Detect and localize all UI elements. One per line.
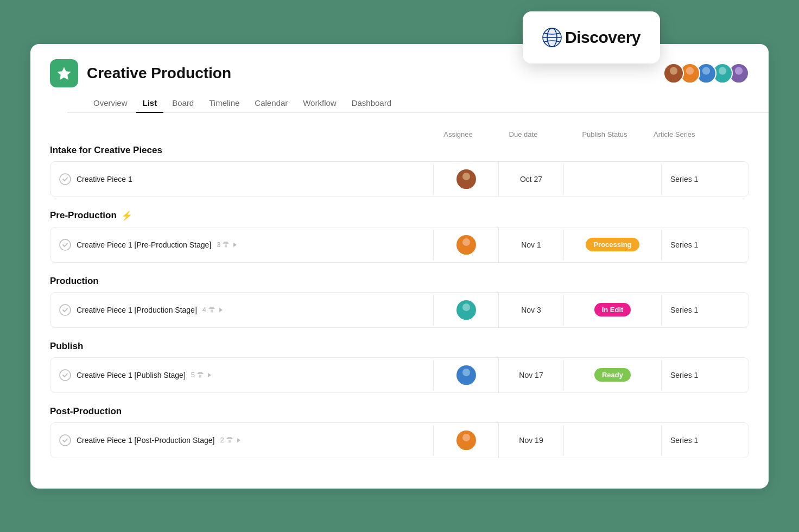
task-name: Creative Piece 1 [Post-Production Stage]	[77, 436, 214, 445]
assignee-cell	[434, 162, 499, 197]
check-icon	[59, 304, 71, 316]
task-name: Creative Piece 1 [Production Stage]	[77, 306, 197, 314]
task-name-cell: Creative Piece 1 [Production Stage] 4	[50, 295, 434, 325]
check-icon	[59, 369, 71, 381]
tab-timeline[interactable]: Timeline	[202, 94, 246, 113]
svg-point-16	[462, 173, 470, 180]
assignee-avatar	[456, 300, 476, 320]
tab-calendar[interactable]: Calendar	[248, 94, 294, 113]
assignee-cell	[434, 423, 499, 458]
subtask-count: 4	[202, 306, 224, 314]
check-icon	[59, 239, 71, 251]
tab-list[interactable]: List	[136, 94, 164, 113]
svg-point-14	[732, 75, 745, 83]
status-badge: Ready	[594, 368, 631, 382]
svg-point-10	[700, 75, 712, 83]
discovery-logo-text: Discovery	[565, 28, 641, 47]
tab-workflow[interactable]: Workflow	[296, 94, 343, 113]
svg-point-33	[460, 442, 473, 450]
svg-marker-4	[58, 67, 71, 80]
discovery-card: Discovery	[523, 11, 660, 64]
due-date-cell: Nov 19	[499, 425, 564, 455]
assignee-avatar	[456, 169, 476, 189]
table-row: Creative Piece 1 [Pre-Production Stage] …	[50, 227, 749, 263]
col-due-date: Due date	[491, 130, 556, 138]
table-row: Creative Piece 1 [Post-Production Stage]…	[50, 422, 749, 458]
main-panel: Creative Production	[30, 44, 769, 489]
assignee-cell	[434, 293, 499, 327]
due-date-cell: Nov 1	[499, 230, 564, 260]
task-name-cell: Creative Piece 1 [Publish Stage] 5	[50, 360, 434, 390]
svg-marker-31	[237, 438, 240, 442]
svg-point-12	[716, 75, 728, 83]
svg-point-18	[60, 239, 71, 250]
assignee-cell	[434, 358, 499, 392]
task-name-cell: Creative Piece 1	[50, 164, 434, 194]
svg-point-9	[702, 67, 710, 74]
task-name-cell: Creative Piece 1 [Post-Production Stage]…	[50, 425, 434, 455]
section-title-production: Production	[50, 276, 749, 287]
col-assignee: Assignee	[426, 130, 491, 138]
avatar-1	[663, 63, 684, 84]
svg-marker-23	[219, 308, 223, 312]
section-production: Production Creative Piece 1 [Production …	[50, 276, 749, 328]
status-cell: Processing	[564, 230, 662, 260]
svg-point-17	[460, 181, 473, 189]
svg-point-26	[60, 370, 71, 381]
svg-point-20	[462, 238, 470, 246]
svg-point-15	[60, 174, 71, 185]
svg-point-5	[670, 67, 677, 74]
subtask-count: 2	[220, 436, 241, 444]
article-cell: Series 1	[662, 360, 749, 390]
assignee-avatar	[456, 365, 476, 385]
check-icon	[59, 173, 71, 185]
col-article-series: Article Series	[654, 130, 740, 138]
article-cell: Series 1	[662, 425, 749, 455]
col-task	[59, 130, 426, 138]
status-badge: In Edit	[594, 303, 631, 316]
subtask-count: 5	[191, 371, 212, 379]
page-title: Creative Production	[87, 65, 231, 82]
due-date-cell: Nov 3	[499, 295, 564, 325]
col-publish-status: Publish Status	[556, 130, 654, 138]
header-avatars	[663, 63, 749, 84]
svg-point-28	[462, 369, 470, 376]
table-row: Creative Piece 1 [Production Stage] 4	[50, 292, 749, 328]
svg-marker-19	[233, 243, 237, 247]
status-badge: Processing	[586, 238, 639, 251]
assignee-avatar	[456, 235, 476, 255]
svg-point-32	[462, 434, 470, 441]
svg-point-30	[60, 435, 71, 446]
section-title-intake: Intake for Creative Pieces	[50, 145, 749, 156]
task-name: Creative Piece 1 [Pre-Production Stage]	[77, 240, 211, 249]
task-name-cell: Creative Piece 1 [Pre-Production Stage] …	[50, 230, 434, 260]
svg-point-22	[60, 305, 71, 315]
svg-point-21	[460, 247, 473, 255]
article-cell: Series 1	[662, 230, 749, 260]
assignee-avatar	[456, 430, 476, 450]
assignee-cell	[434, 227, 499, 262]
section-publish: Publish Creative Piece 1 [Publish Stage]…	[50, 341, 749, 393]
due-date-cell: Nov 17	[499, 360, 564, 390]
tab-board[interactable]: Board	[166, 94, 200, 113]
svg-point-13	[735, 67, 743, 74]
svg-point-24	[462, 303, 470, 311]
svg-point-11	[719, 67, 726, 74]
task-name: Creative Piece 1 [Publish Stage]	[77, 371, 186, 379]
section-intake: Intake for Creative Pieces Creative Piec…	[50, 145, 749, 197]
svg-point-7	[686, 67, 694, 74]
subtask-count: 3	[217, 240, 238, 249]
article-cell: Series 1	[662, 295, 749, 325]
status-cell	[564, 164, 662, 194]
avatar-group	[663, 63, 749, 84]
svg-point-29	[460, 377, 473, 385]
status-cell	[564, 425, 662, 455]
tab-overview[interactable]: Overview	[87, 94, 134, 113]
svg-marker-27	[208, 373, 211, 377]
lightning-emoji: ⚡	[121, 210, 132, 221]
tab-dashboard[interactable]: Dashboard	[345, 94, 398, 113]
task-name: Creative Piece 1	[77, 175, 132, 183]
section-pre-production: Pre-Production ⚡ Creative Piece 1 [Pre-P…	[50, 210, 749, 263]
table-row: Creative Piece 1 Oct 27 Series 1	[50, 161, 749, 197]
section-title-pre-production: Pre-Production ⚡	[50, 210, 749, 221]
